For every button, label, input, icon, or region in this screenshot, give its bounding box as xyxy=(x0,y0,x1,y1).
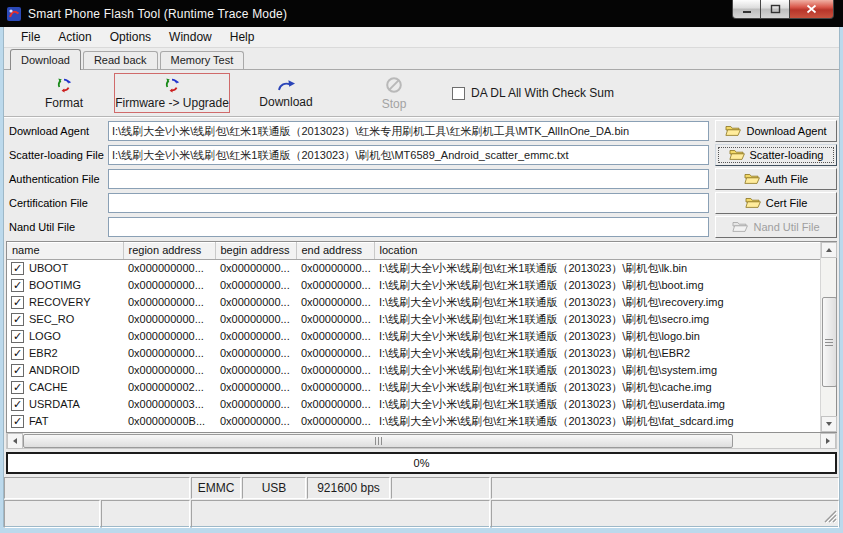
certification-file-input[interactable] xyxy=(108,193,709,213)
app-window: Smart Phone Flash Tool (Runtime Trace Mo… xyxy=(0,0,843,533)
column-header-name[interactable]: name xyxy=(7,242,123,259)
scroll-right-button[interactable] xyxy=(820,433,836,449)
horizontal-scroll-thumb[interactable] xyxy=(23,434,733,448)
scatter-loading-input[interactable] xyxy=(108,145,709,165)
table-row[interactable]: FAT 0x00000000B... 0x00000000... 0x00000… xyxy=(7,413,822,430)
menu-options[interactable]: Options xyxy=(101,28,160,46)
partition-name: UBOOT xyxy=(29,262,68,274)
location-cell: I:\线刷大全\小米\线刷包\红米1联通版（2013023）\刷机包\EBR2 xyxy=(374,345,822,362)
checkbox-icon xyxy=(452,87,465,100)
authentication-file-label: Authentication File xyxy=(6,173,108,185)
row-checkbox[interactable] xyxy=(11,330,24,343)
partition-list: name region address begin address end ad… xyxy=(6,241,837,449)
certification-file-row: Certification File Cert File xyxy=(6,191,837,215)
column-header-begin-address[interactable]: begin address xyxy=(215,242,296,259)
menu-file[interactable]: File xyxy=(12,28,49,46)
da-dl-checksum-checkbox[interactable]: DA DL All With Check Sum xyxy=(452,86,614,100)
authentication-file-input[interactable] xyxy=(108,169,709,189)
nand-util-file-button[interactable]: Nand Util File xyxy=(715,216,837,238)
minimize-button[interactable] xyxy=(732,0,761,19)
table-row[interactable]: CACHE 0x000000002... 0x00000000... 0x000… xyxy=(7,379,822,396)
scroll-left-button[interactable] xyxy=(7,433,23,449)
window-controls xyxy=(732,0,834,19)
partition-name: LOGO xyxy=(29,330,61,342)
location-cell: I:\线刷大全\小米\线刷包\红米1联通版（2013023）\刷机包\logo.… xyxy=(374,328,822,345)
begin-address-cell: 0x00000000... xyxy=(215,413,296,430)
row-checkbox[interactable] xyxy=(11,347,24,360)
menu-help[interactable]: Help xyxy=(221,28,264,46)
table-row[interactable]: LOGO 0x000000000... 0x00000000... 0x0000… xyxy=(7,328,822,345)
partition-name: CACHE xyxy=(29,381,68,393)
table-row[interactable]: UBOOT 0x000000000... 0x00000000... 0x000… xyxy=(7,259,822,277)
folder-icon xyxy=(744,172,760,186)
begin-address-cell: 0x00000000... xyxy=(215,396,296,413)
end-address-cell: 0x00000000... xyxy=(296,259,374,277)
nand-util-file-input[interactable] xyxy=(108,217,709,237)
table-row[interactable]: EBR2 0x000000000... 0x00000000... 0x0000… xyxy=(7,345,822,362)
window-frame: File Action Options Window Help Download… xyxy=(0,27,843,533)
scatter-loading-button[interactable]: Scatter-loading xyxy=(715,144,837,166)
location-cell: I:\线刷大全\小米\线刷包\红米1联通版（2013023）\刷机包\recov… xyxy=(374,294,822,311)
row-checkbox[interactable] xyxy=(11,296,24,309)
row-checkbox[interactable] xyxy=(11,381,24,394)
tab-read-back[interactable]: Read back xyxy=(83,51,158,69)
scroll-down-button[interactable] xyxy=(821,416,837,432)
format-button[interactable]: Format xyxy=(14,73,114,113)
app-icon xyxy=(6,6,22,22)
row-checkbox[interactable] xyxy=(11,364,24,377)
download-agent-label: Download Agent xyxy=(6,125,108,137)
column-header-end-address[interactable]: end address xyxy=(296,242,374,259)
cert-file-button-label: Cert File xyxy=(766,197,808,209)
connection-type-cell: USB xyxy=(242,477,306,499)
partition-name: USRDATA xyxy=(29,398,80,410)
firmware-upgrade-button[interactable]: Firmware -> Upgrade xyxy=(114,73,230,113)
table-row[interactable]: BOOTIMG 0x000000000... 0x00000000... 0x0… xyxy=(7,277,822,294)
resize-grip-icon[interactable] xyxy=(824,510,837,526)
menu-window[interactable]: Window xyxy=(160,28,221,46)
table-row[interactable]: USRDATA 0x000000003... 0x00000000... 0x0… xyxy=(7,396,822,413)
row-checkbox[interactable] xyxy=(11,262,24,275)
download-agent-input[interactable] xyxy=(108,121,709,141)
stop-button[interactable]: Stop xyxy=(350,73,438,113)
download-label: Download xyxy=(259,95,312,109)
cert-file-button[interactable]: Cert File xyxy=(715,192,837,214)
auth-file-button[interactable]: Auth File xyxy=(715,168,837,190)
status-bar: EMMC USB 921600 bps xyxy=(4,477,839,499)
titlebar: Smart Phone Flash Tool (Runtime Trace Mo… xyxy=(0,0,843,27)
minimize-icon xyxy=(742,5,752,14)
row-checkbox[interactable] xyxy=(11,398,24,411)
row-checkbox[interactable] xyxy=(11,279,24,292)
close-button[interactable] xyxy=(789,0,834,19)
table-row[interactable]: SEC_RO 0x000000000... 0x00000000... 0x00… xyxy=(7,311,822,328)
row-checkbox[interactable] xyxy=(11,313,24,326)
region-address-cell: 0x000000003... xyxy=(123,396,215,413)
scroll-grip-icon xyxy=(375,437,382,445)
maximize-button[interactable] xyxy=(761,0,789,19)
scroll-up-button[interactable] xyxy=(821,242,837,258)
end-address-cell: 0x00000000... xyxy=(296,345,374,362)
horizontal-scrollbar[interactable] xyxy=(6,433,837,449)
location-cell: I:\线刷大全\小米\线刷包\红米1联通版（2013023）\刷机包\syste… xyxy=(374,362,822,379)
download-agent-button[interactable]: Download Agent xyxy=(715,120,837,142)
begin-address-cell: 0x00000000... xyxy=(215,379,296,396)
chevron-left-icon xyxy=(13,438,17,444)
table-row[interactable]: RECOVERY 0x000000000... 0x00000000... 0x… xyxy=(7,294,822,311)
column-header-region-address[interactable]: region address xyxy=(123,242,215,259)
menu-action[interactable]: Action xyxy=(49,28,100,46)
end-address-cell: 0x00000000... xyxy=(296,362,374,379)
tab-memory-test[interactable]: Memory Test xyxy=(160,51,245,69)
vertical-scroll-thumb[interactable] xyxy=(822,297,837,387)
nand-util-file-row: Nand Util File Nand Util File xyxy=(6,215,837,239)
column-header-location[interactable]: location xyxy=(374,242,822,259)
begin-address-cell: 0x00000000... xyxy=(215,345,296,362)
begin-address-cell: 0x00000000... xyxy=(215,362,296,379)
vertical-scrollbar[interactable] xyxy=(820,242,836,432)
close-icon xyxy=(806,4,817,14)
download-button[interactable]: Download xyxy=(236,73,336,113)
format-label: Format xyxy=(45,96,83,110)
row-checkbox[interactable] xyxy=(11,415,24,428)
tab-download[interactable]: Download xyxy=(10,49,81,70)
location-cell: I:\线刷大全\小米\线刷包\红米1联通版（2013023）\刷机包\cache… xyxy=(374,379,822,396)
table-row[interactable]: ANDROID 0x000000000... 0x00000000... 0x0… xyxy=(7,362,822,379)
region-address-cell: 0x000000000... xyxy=(123,294,215,311)
